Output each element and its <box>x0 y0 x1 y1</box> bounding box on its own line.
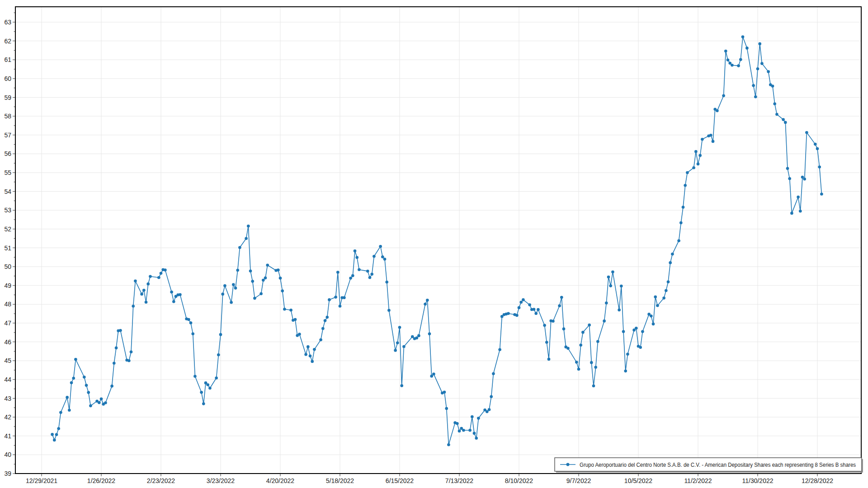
data-point-marker[interactable] <box>87 391 90 394</box>
data-point-marker[interactable] <box>379 245 382 248</box>
data-point-marker[interactable] <box>592 385 595 388</box>
data-point-marker[interactable] <box>560 296 563 299</box>
data-point-marker[interactable] <box>754 95 757 99</box>
data-point-marker[interactable] <box>805 131 808 134</box>
data-point-marker[interactable] <box>355 256 359 259</box>
legend[interactable]: Grupo Aeroportuario del Centro Norte S.A… <box>555 458 863 473</box>
data-point-marker[interactable] <box>445 407 448 410</box>
data-point-marker[interactable] <box>575 361 578 364</box>
data-point-marker[interactable] <box>193 375 197 378</box>
data-point-marker[interactable] <box>72 377 75 380</box>
data-point-marker[interactable] <box>671 253 674 256</box>
data-point-marker[interactable] <box>490 395 493 399</box>
data-point-marker[interactable] <box>398 326 401 329</box>
data-point-marker[interactable] <box>773 102 776 105</box>
data-point-marker[interactable] <box>251 280 254 283</box>
data-point-marker[interactable] <box>202 402 205 405</box>
data-point-marker[interactable] <box>771 84 774 88</box>
data-point-marker[interactable] <box>283 308 286 311</box>
data-point-marker[interactable] <box>53 439 56 442</box>
data-point-marker[interactable] <box>334 296 337 299</box>
data-point-marker[interactable] <box>456 422 459 425</box>
data-point-marker[interactable] <box>698 154 702 157</box>
data-point-marker[interactable] <box>262 279 265 282</box>
data-point-marker[interactable] <box>692 166 695 169</box>
data-point-marker[interactable] <box>100 397 103 400</box>
data-point-marker[interactable] <box>294 318 297 321</box>
data-point-marker[interactable] <box>665 289 668 292</box>
data-point-marker[interactable] <box>55 433 58 436</box>
data-point-marker[interactable] <box>443 391 446 394</box>
data-point-marker[interactable] <box>468 429 472 432</box>
data-point-marker[interactable] <box>206 383 209 386</box>
data-point-marker[interactable] <box>519 301 523 304</box>
data-point-marker[interactable] <box>581 331 585 334</box>
data-point-marker[interactable] <box>179 293 182 296</box>
data-point-marker[interactable] <box>424 303 427 306</box>
data-point-marker[interactable] <box>219 333 222 336</box>
data-point-marker[interactable] <box>522 298 525 301</box>
data-point-marker[interactable] <box>319 338 322 342</box>
data-point-marker[interactable] <box>134 280 137 283</box>
data-point-marker[interactable] <box>349 277 352 280</box>
data-point-marker[interactable] <box>57 427 60 430</box>
data-point-marker[interactable] <box>146 282 150 286</box>
data-point-marker[interactable] <box>767 70 770 73</box>
data-point-marker[interactable] <box>566 347 570 350</box>
data-point-marker[interactable] <box>354 249 357 253</box>
data-point-marker[interactable] <box>620 285 623 288</box>
data-point-marker[interactable] <box>387 309 391 312</box>
data-point-marker[interactable] <box>208 387 212 390</box>
data-point-marker[interactable] <box>149 275 152 278</box>
data-point-marker[interactable] <box>311 360 314 363</box>
data-point-marker[interactable] <box>641 330 644 333</box>
data-point-marker[interactable] <box>790 212 793 215</box>
data-point-marker[interactable] <box>51 433 54 436</box>
data-point-marker[interactable] <box>818 165 821 169</box>
data-point-marker[interactable] <box>745 47 749 50</box>
data-point-marker[interactable] <box>609 284 612 287</box>
data-point-marker[interactable] <box>191 332 194 335</box>
data-point-marker[interactable] <box>400 384 403 387</box>
data-point-marker[interactable] <box>507 312 510 315</box>
data-point-marker[interactable] <box>157 276 160 279</box>
data-point-marker[interactable] <box>724 50 727 53</box>
data-point-marker[interactable] <box>814 143 817 146</box>
data-point-marker[interactable] <box>471 415 474 418</box>
data-point-marker[interactable] <box>752 84 755 87</box>
data-point-marker[interactable] <box>132 305 135 308</box>
data-point-marker[interactable] <box>533 308 536 311</box>
data-point-marker[interactable] <box>68 408 71 412</box>
data-point-marker[interactable] <box>534 312 538 315</box>
data-point-marker[interactable] <box>650 314 653 318</box>
data-point-marker[interactable] <box>543 324 546 327</box>
data-point-marker[interactable] <box>712 140 715 143</box>
data-point-marker[interactable] <box>607 276 610 279</box>
data-point-marker[interactable] <box>622 330 625 333</box>
data-point-marker[interactable] <box>70 381 73 385</box>
data-point-marker[interactable] <box>579 343 582 347</box>
data-point-marker[interactable] <box>110 385 113 388</box>
data-point-marker[interactable] <box>74 358 77 361</box>
data-point-marker[interactable] <box>596 340 599 343</box>
data-point-marker[interactable] <box>475 436 478 440</box>
data-point-marker[interactable] <box>304 353 307 356</box>
data-point-marker[interactable] <box>432 373 435 376</box>
data-point-marker[interactable] <box>396 341 399 344</box>
data-point-marker[interactable] <box>462 429 465 432</box>
data-point-marker[interactable] <box>309 355 312 358</box>
data-point-marker[interactable] <box>577 368 580 371</box>
data-point-marker[interactable] <box>786 167 789 170</box>
data-point-marker[interactable] <box>130 350 133 353</box>
data-point-marker[interactable] <box>667 281 670 284</box>
data-point-marker[interactable] <box>722 94 725 98</box>
data-point-marker[interactable] <box>669 261 672 264</box>
data-point-marker[interactable] <box>701 138 704 141</box>
data-point-marker[interactable] <box>200 391 203 394</box>
data-point-marker[interactable] <box>588 324 591 327</box>
data-point-marker[interactable] <box>518 306 521 310</box>
data-point-marker[interactable] <box>383 258 387 261</box>
data-point-marker[interactable] <box>545 341 548 344</box>
data-point-marker[interactable] <box>266 264 269 267</box>
data-point-marker[interactable] <box>145 301 148 304</box>
